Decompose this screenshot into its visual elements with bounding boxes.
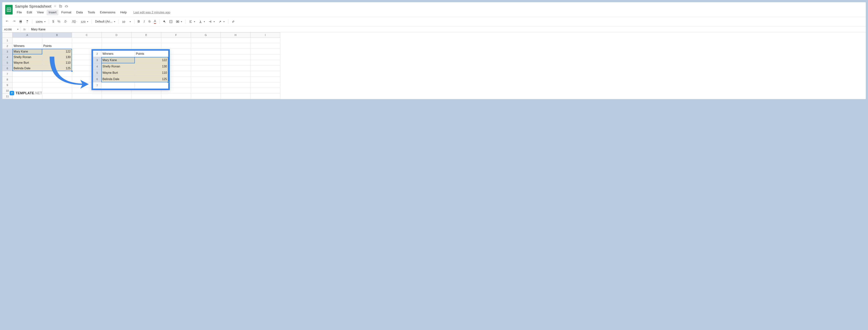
horizontal-align-dropdown[interactable]: ▼: [188, 19, 196, 24]
star-icon[interactable]: ☆: [54, 4, 56, 8]
svg-point-6: [165, 22, 165, 23]
callout-B3: 122: [135, 57, 168, 63]
menu-tools[interactable]: Tools: [86, 10, 97, 15]
cell-B1[interactable]: [42, 37, 72, 43]
text-wrap-dropdown[interactable]: ▼: [208, 19, 216, 24]
increase-decimal-button[interactable]: .00→: [70, 19, 79, 24]
text-color-button[interactable]: A: [153, 19, 157, 25]
currency-button[interactable]: $: [51, 19, 55, 24]
strikethrough-button[interactable]: S: [147, 19, 152, 24]
col-header-H[interactable]: H: [221, 32, 250, 37]
paint-format-button[interactable]: [25, 19, 30, 24]
callout-row-3: 3: [93, 57, 101, 63]
callout-B2: Points: [135, 51, 168, 57]
menu-edit[interactable]: Edit: [25, 10, 34, 15]
cloud-icon[interactable]: [65, 4, 68, 8]
font-dropdown[interactable]: Default (Ari...▼: [94, 19, 117, 24]
undo-button[interactable]: [4, 19, 10, 24]
decrease-decimal-button[interactable]: .0←: [62, 19, 69, 24]
fx-label: fx: [21, 28, 28, 31]
callout-A2: Winners: [101, 51, 135, 57]
row-header-5[interactable]: 5: [2, 60, 12, 65]
callout-row-7: 7: [93, 82, 101, 89]
row-header-9[interactable]: 9: [2, 82, 12, 88]
formula-input[interactable]: Mary Kane: [28, 28, 48, 31]
cell-A2[interactable]: Winners: [12, 43, 42, 49]
cell-B3[interactable]: 122: [42, 49, 72, 54]
svg-rect-3: [20, 20, 22, 21]
callout-row-5: 5: [93, 70, 101, 76]
callout-A3: Mary Kane: [101, 57, 135, 63]
app-window: Sample Spreadsheet ☆ File Edit View Inse…: [2, 2, 866, 99]
callout-A5: Wayne Burt: [101, 70, 135, 76]
text-rotation-dropdown[interactable]: ▼: [217, 19, 226, 24]
menu-insert[interactable]: Insert: [47, 10, 58, 15]
callout-A4: Shelly Ronan: [101, 63, 135, 70]
italic-button[interactable]: I: [142, 19, 146, 24]
col-header-F[interactable]: F: [161, 32, 191, 37]
insert-link-button[interactable]: [230, 19, 236, 24]
row-header-2[interactable]: 2: [2, 43, 12, 49]
callout-row-6: 6: [93, 76, 101, 82]
cell-B6[interactable]: 125: [42, 65, 72, 71]
sheets-logo[interactable]: [5, 5, 13, 15]
col-header-E[interactable]: E: [131, 32, 161, 37]
callout-row-4: 4: [93, 63, 101, 70]
spreadsheet-grid[interactable]: A B C D E F G H I 1 2WinnersPoints 3Mary…: [2, 32, 866, 99]
vertical-align-dropdown[interactable]: ▼: [198, 19, 207, 24]
callout-row-2: 2: [93, 51, 101, 57]
font-size-dropdown[interactable]: 10▼: [121, 19, 132, 24]
doc-title[interactable]: Sample Spreadsheet: [15, 4, 51, 8]
borders-button[interactable]: [168, 19, 174, 24]
number-format-dropdown[interactable]: 123▼: [80, 19, 90, 24]
row-header-6[interactable]: 6: [2, 65, 12, 71]
zoom-dropdown[interactable]: 100%▼: [34, 19, 47, 24]
col-header-C[interactable]: C: [72, 32, 102, 37]
callout-B5: 110: [135, 70, 168, 76]
row-header-3[interactable]: 3: [2, 49, 12, 54]
row-header-4[interactable]: 4: [2, 54, 12, 60]
merge-dropdown[interactable]: ▼: [175, 19, 184, 24]
callout-fill-handle: [167, 82, 169, 83]
bold-button[interactable]: B: [136, 19, 141, 24]
menu-format[interactable]: Format: [60, 10, 73, 15]
col-header-A[interactable]: A: [12, 32, 42, 37]
callout-A6: Belinda Dale: [101, 76, 135, 82]
cell-A6[interactable]: Belinda Dale: [12, 65, 42, 71]
col-header-D[interactable]: D: [102, 32, 131, 37]
menu-help[interactable]: Help: [118, 10, 128, 15]
col-header-B[interactable]: B: [42, 32, 72, 37]
cell-A5[interactable]: Wayne Burt: [12, 60, 42, 65]
fill-handle[interactable]: [71, 71, 73, 72]
menubar: File Edit View Insert Format Data Tools …: [15, 10, 863, 15]
menu-file[interactable]: File: [15, 10, 24, 15]
print-button[interactable]: [18, 19, 24, 24]
col-header-G[interactable]: G: [191, 32, 221, 37]
cell-B4[interactable]: 130: [42, 54, 72, 60]
fill-color-button[interactable]: [161, 19, 167, 24]
row-header-8[interactable]: 8: [2, 77, 12, 82]
callout-panel: 2WinnersPoints 3Mary Kane122 4Shelly Ron…: [92, 49, 170, 90]
cell-A1[interactable]: [12, 37, 42, 43]
col-header-I[interactable]: I: [250, 32, 280, 37]
cell-A3[interactable]: Mary Kane: [12, 49, 42, 54]
percent-button[interactable]: %: [56, 19, 61, 24]
cell-B2[interactable]: Points: [42, 43, 72, 49]
last-edit-link[interactable]: Last edit was 2 minutes ago: [133, 11, 170, 14]
watermark: T TEMPLATE.NET: [10, 91, 42, 95]
redo-button[interactable]: [11, 19, 17, 24]
toolbar: 100%▼ $ % .0← .00→ 123▼ Default (Ari...▼…: [2, 17, 866, 26]
move-icon[interactable]: [59, 4, 62, 8]
watermark-logo: T: [10, 91, 14, 95]
select-all-corner[interactable]: [2, 32, 12, 37]
svg-rect-5: [20, 22, 21, 23]
menu-view[interactable]: View: [35, 10, 46, 15]
row-header-7[interactable]: 7: [2, 71, 12, 77]
menu-extensions[interactable]: Extensions: [98, 10, 117, 15]
cell-A4[interactable]: Shelly Ronan: [12, 54, 42, 60]
name-box[interactable]: A3:B6▼: [2, 27, 21, 32]
row-header-1[interactable]: 1: [2, 37, 12, 43]
menu-data[interactable]: Data: [74, 10, 85, 15]
svg-rect-10: [176, 21, 177, 23]
cell-B5[interactable]: 110: [42, 60, 72, 65]
